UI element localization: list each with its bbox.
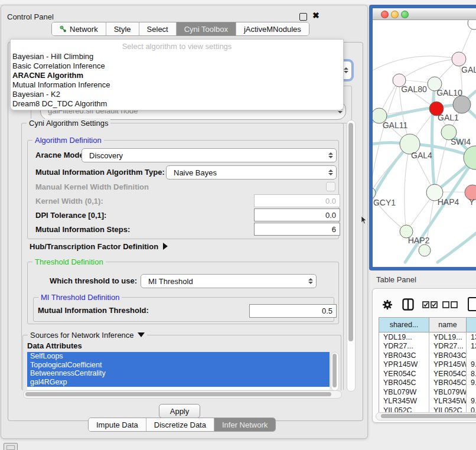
settings-horizontal-scrollbar[interactable]: [23, 390, 342, 399]
dropdown-placeholder: Select algorithm to view settings: [11, 40, 343, 52]
window-title: Control Panel: [7, 12, 54, 21]
tab-label: Network: [70, 25, 98, 34]
tab-impute-data[interactable]: Impute Data: [89, 418, 146, 431]
table-cell: YLR345W: [429, 397, 467, 406]
table-row[interactable]: YBR045CYBR045C9.: [379, 379, 476, 388]
table-panel-window: shared...nameAYDL19...YDL19...13YDR27...…: [372, 288, 476, 423]
float-window-icon[interactable]: [299, 13, 307, 21]
attribute-list-item[interactable]: TopologicalCoefficient: [27, 361, 330, 370]
network-graph[interactable]: GALGAL80GAL10GAL1GAL11SWI4GAL4GCY1HAP4YH…: [373, 20, 476, 267]
zoom-traffic-light-icon[interactable]: [401, 11, 409, 18]
desktop: Control Panel ✖ NetworkStyleSelectCyni T…: [0, 0, 476, 450]
mi-threshold-group-title: MI Threshold Definition: [38, 293, 122, 302]
network-edge[interactable]: [432, 84, 435, 193]
node-label: SWI4: [451, 137, 471, 146]
attribute-list-item[interactable]: SelfLoops: [27, 352, 330, 361]
table-cell: YBL079W: [379, 387, 429, 397]
close-icon[interactable]: ✖: [312, 11, 319, 20]
table-cell: YDR27...: [379, 342, 429, 351]
close-traffic-light-icon[interactable]: [381, 11, 389, 18]
tab-label: Impute Data: [96, 420, 138, 429]
manual-kernel-label: Manual Kernel Width Definition: [35, 182, 149, 191]
node-table: shared...nameAYDL19...YDL19...13YDR27...…: [379, 317, 476, 415]
table-row[interactable]: YPR145WYPR145W9.: [379, 360, 476, 370]
deselect-all-checkboxes-icon[interactable]: [442, 301, 458, 308]
network-edge[interactable]: [405, 158, 475, 262]
table-row[interactable]: YLR345WYLR345W9.: [379, 397, 476, 406]
network-canvas[interactable]: GALGAL80GAL10GAL1GAL11SWI4GAL4GCY1HAP4YH…: [373, 20, 476, 267]
sources-group-title[interactable]: Sources for Network Inference: [28, 331, 147, 340]
attribute-list-item[interactable]: BetweennessCentrality: [27, 369, 330, 378]
tab-discretize-data[interactable]: Discretize Data: [146, 418, 214, 431]
attribute-list-scrollbar[interactable]: [331, 352, 339, 391]
column-header[interactable]: A: [467, 318, 476, 332]
mi-steps-field[interactable]: 6: [254, 223, 340, 236]
mi-threshold-field[interactable]: 0.5: [249, 304, 337, 318]
table-cell: 9.: [467, 397, 476, 406]
network-node[interactable]: [468, 20, 476, 30]
table-horizontal-scrollbar[interactable]: [376, 412, 476, 420]
tab-style[interactable]: Style: [106, 22, 139, 35]
table-row[interactable]: YDR27...YDR27...12: [379, 342, 476, 351]
network-edge[interactable]: [399, 59, 459, 80]
table-row[interactable]: YDL19...YDL19...13: [379, 332, 476, 342]
table-row[interactable]: YBR043CYBR043C: [379, 351, 476, 360]
kernel-width-field[interactable]: 0.0: [254, 194, 340, 207]
mi-type-combobox[interactable]: Naive Bayes: [166, 165, 337, 180]
aracne-mode-value: Discovery: [82, 151, 325, 160]
table-cell: 9.: [467, 360, 476, 370]
tab-infer-network[interactable]: Infer Network: [214, 418, 275, 431]
dropdown-item[interactable]: Bayesian - K2: [11, 90, 343, 99]
node-label: GCY1: [373, 198, 396, 207]
network-node-gal[interactable]: [452, 52, 466, 66]
tab-label: Select: [147, 25, 168, 34]
network-node-gcy1[interactable]: [373, 187, 376, 199]
aracne-mode-combobox[interactable]: Discovery: [81, 148, 337, 162]
dropdown-item[interactable]: Bayesian - Hill Climbing: [11, 52, 343, 61]
dpi-tolerance-field[interactable]: 0.0: [254, 208, 340, 221]
network-window-titlebar[interactable]: [373, 8, 476, 20]
node-label: HAP4: [438, 197, 459, 207]
attribute-list-item[interactable]: gal4RGexp: [27, 378, 330, 387]
column-header[interactable]: name: [429, 318, 467, 332]
tab-select[interactable]: Select: [139, 22, 177, 35]
gear-icon[interactable]: [382, 299, 393, 310]
table-cell: [467, 387, 476, 397]
settings-vertical-scrollbar[interactable]: [347, 120, 356, 392]
combobox-stepper-icon: [305, 278, 316, 284]
apply-button[interactable]: Apply: [159, 404, 200, 418]
columns-icon[interactable]: [402, 298, 414, 311]
tab-cyni-toolbox[interactable]: Cyni Toolbox: [177, 22, 236, 35]
tab-jactivemnodules[interactable]: jActiveMNodules: [236, 22, 309, 35]
network-edge[interactable]: [405, 144, 410, 231]
which-threshold-combobox[interactable]: MI Threshold: [141, 274, 317, 288]
table-cell: [467, 351, 476, 360]
network-node[interactable]: [419, 244, 431, 256]
tab-label: jActiveMNodules: [244, 25, 301, 34]
column-header[interactable]: shared...: [379, 318, 429, 332]
tab-network[interactable]: Network: [52, 22, 106, 35]
node-label: GAL: [461, 65, 476, 74]
manual-kernel-checkbox[interactable]: [326, 182, 335, 191]
dropdown-item[interactable]: ARACNE Algorithm: [11, 71, 343, 80]
network-tab-icon: [60, 25, 67, 32]
table-cell: YBR043C: [379, 351, 429, 360]
table-row[interactable]: YER054CYER054C8.: [379, 369, 476, 379]
network-node-gal1[interactable]: [453, 96, 471, 113]
table-row[interactable]: YBL079WYBL079W: [379, 387, 476, 397]
dropdown-item[interactable]: Mutual Information Inference: [11, 80, 343, 90]
network-edge[interactable]: [438, 228, 476, 262]
docked-panel-icon[interactable]: [4, 443, 18, 450]
tab-label: Style: [114, 25, 131, 34]
collapsed-arrow-icon: [163, 243, 168, 250]
dropdown-item[interactable]: Basic Correlation Inference: [11, 61, 343, 71]
data-attributes-label: Data Attributes: [27, 341, 82, 350]
tab-label: Infer Network: [222, 420, 268, 429]
hub-definition-toggle[interactable]: Hub/Transcription Factor Definition: [30, 242, 168, 251]
select-all-checkboxes-icon[interactable]: [422, 301, 438, 308]
node-label: GAL80: [401, 84, 427, 94]
kernel-width-label: Kernel Width (0,1):: [35, 197, 103, 206]
table-function-icon[interactable]: [467, 296, 476, 312]
minimize-traffic-light-icon[interactable]: [391, 11, 399, 18]
dropdown-item[interactable]: Dream8 DC_TDC Algorithm: [11, 99, 343, 109]
